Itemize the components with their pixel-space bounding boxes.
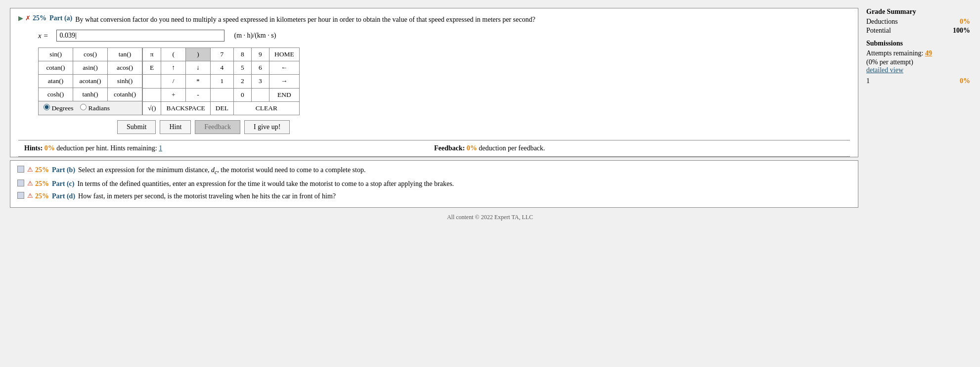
divide-button[interactable]: / xyxy=(161,75,186,88)
give-up-button[interactable]: I give up! xyxy=(244,120,290,134)
num-8-button[interactable]: 8 xyxy=(233,48,251,61)
asin-button[interactable]: asin() xyxy=(73,61,108,75)
part-b-percent: 25% xyxy=(35,165,49,175)
numpad-table: π ( ) 7 8 9 HOME E ↑ ↓ 4 xyxy=(142,47,300,115)
cos-button[interactable]: cos() xyxy=(73,48,108,61)
submission-number: 1 xyxy=(866,77,870,85)
calc-row-2: cotan() asin() acos() xyxy=(39,61,142,75)
close-paren-button[interactable]: ) xyxy=(186,48,211,61)
numpad-row-1: π ( ) 7 8 9 HOME xyxy=(143,48,300,61)
calc-row-1: sin() cos() tan() xyxy=(39,48,142,61)
potential-value: 100% xyxy=(953,27,970,35)
part-d-text: How fast, in meters per second, is the m… xyxy=(78,191,336,201)
part-d-percent: 25% xyxy=(35,191,49,201)
part-percent: 25% xyxy=(33,14,46,22)
parts-list: ⚠ 25% Part (b) Select an expression for … xyxy=(10,160,858,208)
part-d-item: ⚠ 25% Part (d) How fast, in meters per s… xyxy=(17,191,851,201)
num-9-button[interactable]: 9 xyxy=(251,48,269,61)
submissions-title: Submissions xyxy=(866,40,970,47)
num-1-button[interactable]: 1 xyxy=(210,75,233,88)
empty-cell-3 xyxy=(210,88,233,101)
cotan-button[interactable]: cotan() xyxy=(39,61,73,75)
hints-remaining[interactable]: 1 xyxy=(159,144,162,152)
main-content: ▶ ✗ 25% Part (a) By what conversion fact… xyxy=(5,5,975,211)
empty-cell-1 xyxy=(143,75,161,88)
backspace-button[interactable]: BACKSPACE xyxy=(161,101,210,115)
del-button[interactable]: DEL xyxy=(210,101,233,115)
part-b-text: Select an expression for the minimum dis… xyxy=(78,165,365,177)
atan-button[interactable]: atan() xyxy=(39,75,73,88)
sin-button[interactable]: sin() xyxy=(39,48,73,61)
play-icon: ▶ xyxy=(18,14,23,22)
detailed-view-link[interactable]: detailed view xyxy=(866,66,970,74)
part-b-warning: ⚠ xyxy=(27,165,33,175)
hints-text: deduction per hint. Hints remaining: xyxy=(56,144,157,152)
numpad-row-4: + - 0 END xyxy=(143,88,300,101)
pi-button[interactable]: π xyxy=(143,48,161,61)
radians-radio[interactable] xyxy=(80,104,87,110)
num-7-button[interactable]: 7 xyxy=(210,48,233,61)
num-6-button[interactable]: 6 xyxy=(251,61,269,75)
feedback-percent: 0% xyxy=(467,144,477,152)
footer: All content © 2022 Expert TA, LLC xyxy=(5,211,975,223)
grade-summary-title: Grade Summary xyxy=(866,8,970,16)
potential-row: Potential 100% xyxy=(866,27,970,35)
part-d-warning: ⚠ xyxy=(27,191,33,201)
x-icon: ✗ xyxy=(25,14,31,22)
deductions-label: Deductions xyxy=(866,18,898,26)
degrees-radians-cell: Degrees Radians xyxy=(39,101,142,115)
numpad-row-3: / * 1 2 3 → xyxy=(143,75,300,88)
num-3-button[interactable]: 3 xyxy=(251,75,269,88)
x-equals-label: x = xyxy=(38,32,48,40)
feedback-text: deduction per feedback. xyxy=(479,144,545,152)
unit-label: (m · h)/(km · s) xyxy=(234,32,276,40)
part-c-checkbox xyxy=(17,180,24,186)
calc-row-3: atan() acotan() sinh() xyxy=(39,75,142,88)
submit-button[interactable]: Submit xyxy=(117,120,156,134)
deductions-value: 0% xyxy=(960,18,970,26)
per-attempt-text: (0% per attempt) xyxy=(866,58,970,66)
part-a-label: Part (a) xyxy=(49,14,72,22)
part-b-label: Part (b) xyxy=(52,165,75,175)
backspace-arrow-button[interactable]: ← xyxy=(269,61,299,75)
end-button[interactable]: END xyxy=(269,88,299,101)
num-5-button[interactable]: 5 xyxy=(233,61,251,75)
calculator-area: sin() cos() tan() cotan() asin() acos() … xyxy=(38,47,850,115)
potential-label: Potential xyxy=(866,27,891,35)
empty-cell-2 xyxy=(143,88,161,101)
open-paren-button[interactable]: ( xyxy=(161,48,186,61)
num-0-button[interactable]: 0 xyxy=(233,88,251,101)
num-4-button[interactable]: 4 xyxy=(210,61,233,75)
num-2-button[interactable]: 2 xyxy=(233,75,251,88)
answer-input[interactable] xyxy=(56,30,224,42)
grade-summary-panel: Grade Summary Deductions 0% Potential 10… xyxy=(866,8,970,85)
submission-percent: 0% xyxy=(960,77,970,85)
sqrt-button[interactable]: √() xyxy=(143,101,161,115)
up-arrow-button[interactable]: ↑ xyxy=(161,61,186,75)
degrees-radio[interactable] xyxy=(44,104,50,110)
empty-cell-4 xyxy=(251,88,269,101)
acos-button[interactable]: acos() xyxy=(108,61,142,75)
acotan-button[interactable]: acotan() xyxy=(73,75,108,88)
down-arrow-button[interactable]: ↓ xyxy=(186,61,211,75)
plus-button[interactable]: + xyxy=(161,88,186,101)
degrees-radians-row: Degrees Radians xyxy=(39,101,142,115)
minus-button[interactable]: - xyxy=(186,88,211,101)
attempts-value[interactable]: 49 xyxy=(925,49,932,57)
part-a-header: ▶ ✗ 25% Part (a) By what conversion fact… xyxy=(18,14,850,25)
cotanh-button[interactable]: cotanh() xyxy=(108,88,142,101)
hints-percent: 0% xyxy=(45,144,55,152)
right-arrow-button[interactable]: → xyxy=(269,75,299,88)
cosh-button[interactable]: cosh() xyxy=(39,88,73,101)
part-a-box: ▶ ✗ 25% Part (a) By what conversion fact… xyxy=(10,8,858,157)
sinh-button[interactable]: sinh() xyxy=(108,75,142,88)
page-container: ▶ ✗ 25% Part (a) By what conversion fact… xyxy=(5,5,975,223)
multiply-button[interactable]: * xyxy=(186,75,211,88)
home-button[interactable]: HOME xyxy=(269,48,299,61)
part-a-question: By what conversion factor do you need to… xyxy=(75,14,535,25)
e-button[interactable]: E xyxy=(143,61,161,75)
hint-button[interactable]: Hint xyxy=(160,120,191,134)
tanh-button[interactable]: tanh() xyxy=(73,88,108,101)
clear-button[interactable]: CLEAR xyxy=(233,101,299,115)
tan-button[interactable]: tan() xyxy=(108,48,142,61)
